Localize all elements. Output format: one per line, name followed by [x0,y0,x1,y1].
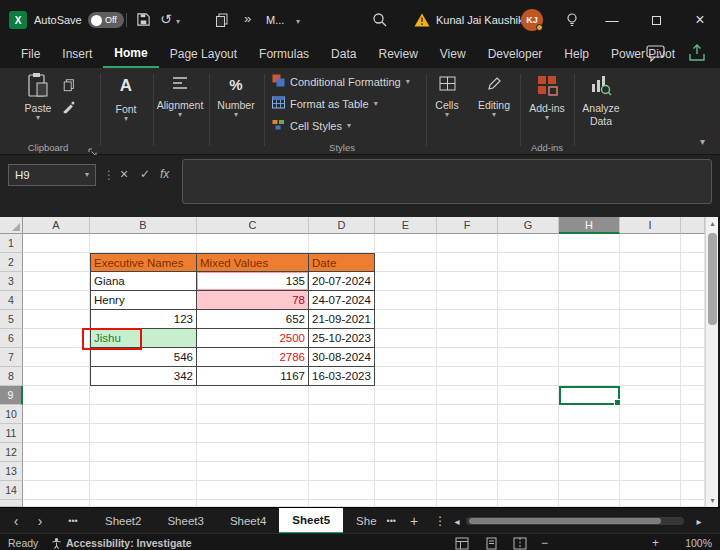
search-icon[interactable] [372,12,388,32]
next-sheet-button[interactable]: › [28,508,52,534]
cell-D5[interactable]: 21-09-2021 [309,310,375,329]
editing-group-button[interactable]: Editing ▾ [472,76,516,119]
zoom-in-button[interactable]: + [652,536,659,550]
tab-view[interactable]: View [429,40,477,68]
normal-view-icon[interactable] [455,536,469,550]
tab-file[interactable]: File [10,40,51,68]
scroll-down-icon[interactable]: ▾ [706,496,719,505]
vertical-scrollbar-thumb[interactable] [708,233,717,325]
zoom-level[interactable]: 100% [676,537,712,549]
tab-formulas[interactable]: Formulas [248,40,320,68]
cell-C8[interactable]: 1167 [197,367,309,386]
insert-function-icon[interactable]: fx [160,167,169,181]
accessibility-icon[interactable] [50,536,63,550]
close-button[interactable]: × [680,0,720,40]
format-as-table-button[interactable]: Format as Table ▾ [272,96,378,111]
more-commands-icon[interactable]: » [244,11,251,26]
lightbulb-icon[interactable] [564,12,580,32]
cell-C7[interactable]: 2786 [197,348,309,367]
font-group-button[interactable]: A Font ▾ [104,76,148,123]
cell-C4[interactable]: 78 [197,291,309,310]
share-icon[interactable] [686,44,708,66]
number-group-button[interactable]: % Number ▾ [212,76,260,119]
cell-B4[interactable]: Henry [90,291,197,310]
tab-page-layout[interactable]: Page Layout [159,40,248,68]
paste-button[interactable]: Paste ▾ [18,72,58,122]
comments-icon[interactable] [646,45,666,66]
prev-sheet-button[interactable]: ‹ [4,508,28,534]
format-painter-icon[interactable] [62,100,76,118]
cell-C3[interactable]: 135 [197,272,309,291]
document-menu-chevron-icon[interactable]: ▾ [296,18,300,26]
cell-D8[interactable]: 16-03-2023 [309,367,375,386]
cell-D4[interactable]: 24-07-2024 [309,291,375,310]
clipboard-copy-icon[interactable] [62,78,76,96]
tab-data[interactable]: Data [320,40,367,68]
sheet-tab-sheet4[interactable]: Sheet4 [217,508,279,534]
tab-developer[interactable]: Developer [477,40,554,68]
cell-styles-button[interactable]: Cell Styles ▾ [272,118,351,133]
sheet-list-ellipsis-button[interactable]: ••• [60,508,86,534]
tab-power-pivot[interactable]: Power Pivot [600,40,686,68]
cell-D2[interactable]: Date [309,253,375,272]
tab-home[interactable]: Home [103,40,158,68]
cell-D7[interactable]: 30-08-2024 [309,348,375,367]
formula-input[interactable] [182,159,712,204]
scroll-up-icon[interactable]: ▴ [706,219,719,228]
copy-icon[interactable] [214,12,230,32]
tab-insert[interactable]: Insert [51,40,103,68]
cell-B2[interactable]: Executive Names [90,253,197,272]
cell-B5[interactable]: 123 [90,310,197,329]
undo-icon[interactable]: ↺ [160,11,172,27]
cell-C2[interactable]: Mixed Values [197,253,309,272]
user-name[interactable]: Kunal Jai Kaushik [436,14,523,26]
page-layout-view-icon[interactable] [485,536,498,550]
active-cell-H9[interactable] [559,386,620,405]
minimize-button[interactable]: — [592,0,632,40]
horizontal-scrollbar[interactable] [466,517,684,525]
tab-review[interactable]: Review [367,40,428,68]
accessibility-status[interactable]: Accessibility: Investigate [66,537,191,549]
confirm-entry-icon[interactable]: ✓ [140,167,150,181]
sheet-tab-sheet3[interactable]: Sheet3 [154,508,216,534]
conditional-formatting-button[interactable]: Conditional Formatting ▾ [272,74,410,89]
sheet-tab-truncated[interactable]: She [343,508,380,534]
addins-button[interactable]: Add-ins ▾ [524,74,570,122]
zoom-out-button[interactable]: − [541,536,548,550]
alignment-group-button[interactable]: Alignment ▾ [155,76,205,119]
hscroll-right-icon[interactable]: ▸ [690,508,708,534]
analyze-data-button[interactable]: Analyze Data [576,74,626,127]
add-sheet-button[interactable]: + [402,508,426,534]
cell-B7[interactable]: 546 [90,348,197,367]
addins-icon [536,82,558,99]
sheet-tab-sheet2[interactable]: Sheet2 [92,508,154,534]
addins-group-label: Add-ins [522,142,572,153]
styles-group-label: Styles [302,142,382,153]
name-box[interactable]: H9 ▾ [8,164,96,186]
sheet-tab-sheet5-active[interactable]: Sheet5 [279,508,343,534]
cell-B8[interactable]: 342 [90,367,197,386]
vertical-scrollbar[interactable]: ▴ ▾ [705,217,718,507]
cell-B3[interactable]: Giana [90,272,197,291]
horizontal-scrollbar-thumb[interactable] [469,518,661,524]
cell-C6[interactable]: 2500 [197,329,309,348]
cell-D3[interactable]: 20-07-2024 [309,272,375,291]
cells-group-button[interactable]: Cells ▾ [428,76,466,119]
tab-help[interactable]: Help [553,40,600,68]
format-as-table-chevron-icon: ▾ [374,100,378,108]
document-menu[interactable]: M... [266,14,284,26]
formula-bar-drag-dots-icon[interactable]: ⋮ [103,168,115,182]
group-separator [426,74,427,146]
collapse-ribbon-icon[interactable]: ▾ [700,138,705,146]
cell-C5[interactable]: 652 [197,310,309,329]
hscroll-left-icon[interactable]: ◂ [448,508,466,534]
undo-chevron-icon[interactable]: ▾ [176,18,180,26]
maximize-button[interactable] [636,0,676,40]
warning-icon[interactable] [414,13,430,31]
more-sheets-ellipsis-button[interactable]: ••• [381,508,402,534]
save-icon[interactable] [136,12,151,31]
autosave-toggle[interactable]: Off [88,12,124,28]
page-break-view-icon[interactable] [513,536,527,550]
cell-D6[interactable]: 25-10-2023 [309,329,375,348]
cancel-entry-icon[interactable]: × [120,166,128,182]
